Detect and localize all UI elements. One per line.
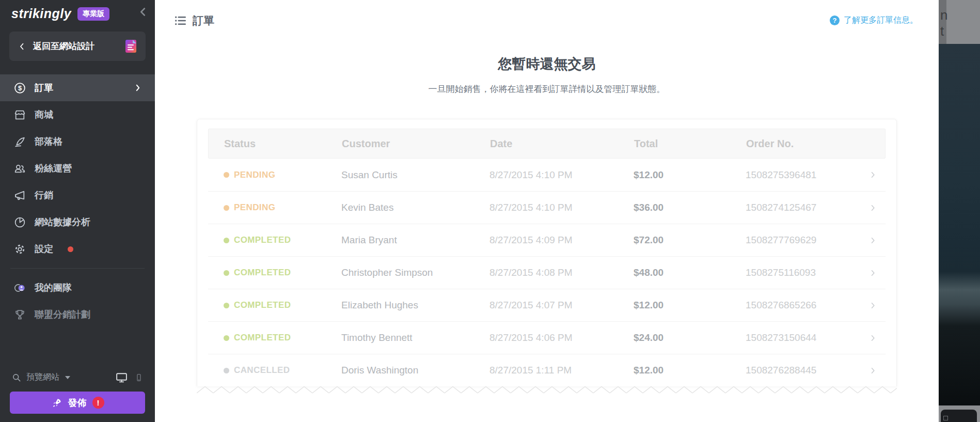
background-panel-icon [943, 416, 948, 420]
order-total: $36.00 [634, 202, 746, 213]
team-avatars-icon [13, 282, 26, 294]
order-customer: Doris Washington [341, 365, 489, 376]
status-label: COMPLETED [234, 235, 291, 245]
sidebar-item-audience[interactable]: 粉絲運營 [0, 155, 155, 182]
order-total: $24.00 [634, 332, 746, 343]
learn-more-label: 了解更多訂單信息。 [844, 15, 918, 26]
mobile-icon[interactable] [134, 373, 144, 382]
order-date: 8/27/2015 4:07 PM [489, 300, 634, 311]
megaphone-icon [13, 189, 26, 202]
table-row[interactable]: COMPLETED Christopher Simpson 8/27/2015 … [208, 256, 886, 289]
publish-label: 發佈 [68, 397, 87, 409]
order-number: 1508275116093 [746, 267, 868, 278]
strikingly-logo: strikingly [11, 6, 71, 21]
background-hero-image [939, 44, 980, 405]
logo-row: strikingly 專業版 [0, 0, 155, 21]
status-label: CANCELLED [234, 365, 290, 376]
order-status: PENDING [224, 202, 341, 213]
preview-site-row: 預覽網站 [11, 371, 144, 384]
pie-chart-icon [13, 216, 26, 229]
sidebar-item-analytics[interactable]: 網站數據分析 [0, 209, 155, 236]
order-date: 8/27/2015 4:09 PM [489, 235, 634, 246]
app-window: strikingly 專業版 返回至網站設計 $ 訂單 [0, 0, 980, 422]
status-dot-icon [224, 303, 229, 308]
sidebar-item-settings[interactable]: 設定 [0, 236, 155, 262]
sample-orders-table: Status Customer Date Total Order No. PEN… [197, 119, 897, 386]
table-row[interactable]: PENDING Susan Curtis 8/27/2015 4:10 PM $… [208, 159, 886, 191]
order-date: 8/27/2015 4:06 PM [489, 332, 634, 343]
column-header-total: Total [634, 138, 746, 150]
status-label: PENDING [234, 170, 275, 180]
back-to-site-editor-button[interactable]: 返回至網站設計 [9, 32, 146, 61]
pro-plan-badge: 專業版 [77, 7, 109, 21]
table-header-row: Status Customer Date Total Order No. [208, 129, 886, 159]
learn-more-link[interactable]: ? 了解更多訂單信息。 [830, 15, 918, 26]
order-date: 8/27/2015 1:11 PM [489, 365, 634, 376]
background-header-fragment: n t [939, 0, 980, 44]
sidebar-bottom: 預覽網站 發佈 ! [0, 371, 155, 422]
sidebar-item-store[interactable]: 商城 [0, 101, 155, 128]
rocket-icon [51, 397, 62, 409]
chevron-right-icon[interactable] [868, 170, 887, 180]
order-number: 1508276865266 [746, 300, 868, 311]
table-row[interactable]: COMPLETED Elizabeth Hughes 8/27/2015 4:0… [208, 289, 886, 321]
sidebar-item-label: 行銷 [35, 189, 53, 201]
panel-header: 訂單 [155, 0, 939, 28]
preview-site-link[interactable]: 預覽網站 [26, 372, 59, 383]
chevron-right-icon[interactable] [868, 301, 887, 310]
sidebar-item-label: 部落格 [35, 135, 62, 148]
caret-down-icon[interactable] [65, 376, 70, 379]
sidebar-item-marketing[interactable]: 行銷 [0, 182, 155, 209]
table-body: PENDING Susan Curtis 8/27/2015 4:10 PM $… [208, 159, 886, 386]
sidebar-item-affiliate[interactable]: 聯盟分銷計劃 [0, 301, 155, 328]
sidebar-item-label: 網站數據分析 [35, 216, 90, 228]
column-header-customer: Customer [342, 138, 490, 150]
chevron-right-icon[interactable] [868, 333, 887, 343]
chevron-right-icon[interactable] [868, 203, 887, 213]
column-header-date: Date [490, 138, 634, 150]
order-status: CANCELLED [224, 365, 341, 376]
table-row[interactable]: PENDING Kevin Bates 8/27/2015 4:10 PM $3… [208, 191, 886, 224]
receipt-zigzag-edge [197, 386, 897, 394]
sidebar-item-label: 我的團隊 [35, 282, 72, 294]
chevron-right-icon[interactable] [868, 236, 887, 245]
order-number: 1508274125467 [746, 202, 868, 213]
order-number: 1508277769629 [746, 235, 868, 246]
sidebar-item-my-team[interactable]: 我的團隊 [0, 274, 155, 301]
status-label: COMPLETED [234, 333, 291, 343]
sidebar-item-label: 設定 [35, 243, 53, 255]
sidebar-item-orders[interactable]: $ 訂單 [0, 74, 155, 101]
sidebar: strikingly 專業版 返回至網站設計 $ 訂單 [0, 0, 155, 422]
status-dot-icon [224, 238, 229, 243]
order-number: 1508276288445 [746, 365, 868, 376]
order-number: 1508275396481 [746, 169, 868, 181]
column-header-status: Status [224, 138, 342, 150]
publish-alert-badge: ! [92, 397, 104, 409]
order-date: 8/27/2015 4:08 PM [489, 267, 634, 278]
chevron-right-icon[interactable] [868, 268, 887, 278]
status-label: COMPLETED [234, 300, 291, 310]
chevron-right-icon[interactable] [868, 366, 887, 376]
order-status: PENDING [224, 170, 341, 180]
sidebar-item-label: 訂單 [35, 82, 53, 94]
order-date: 8/27/2015 4:10 PM [489, 202, 634, 213]
table-row[interactable]: COMPLETED Maria Bryant 8/27/2015 4:09 PM… [208, 224, 886, 256]
table-row[interactable]: CANCELLED Doris Washington 8/27/2015 1:1… [208, 354, 886, 386]
page-title: 訂單 [193, 13, 214, 28]
svg-text:$: $ [18, 84, 22, 91]
desktop-icon[interactable] [115, 371, 128, 384]
publish-button[interactable]: 發佈 ! [10, 392, 145, 414]
sidebar-item-blog[interactable]: 部落格 [0, 128, 155, 155]
empty-state-title: 您暫時還無交易 [155, 55, 939, 73]
order-total: $12.00 [634, 300, 746, 311]
chevron-right-icon [133, 83, 143, 92]
status-dot-icon [224, 270, 229, 276]
background-dark-panel [941, 410, 977, 422]
collapse-sidebar-icon[interactable] [137, 6, 149, 18]
background-letter: n [940, 7, 980, 23]
list-icon [173, 14, 187, 27]
device-toggle [115, 371, 144, 384]
order-status: COMPLETED [224, 300, 341, 310]
orders-panel: 訂單 ? 了解更多訂單信息。 您暫時還無交易 一旦開始銷售，你將在這裡看到訂單詳… [155, 0, 939, 422]
table-row[interactable]: COMPLETED Timothy Bennett 8/27/2015 4:06… [208, 321, 886, 354]
